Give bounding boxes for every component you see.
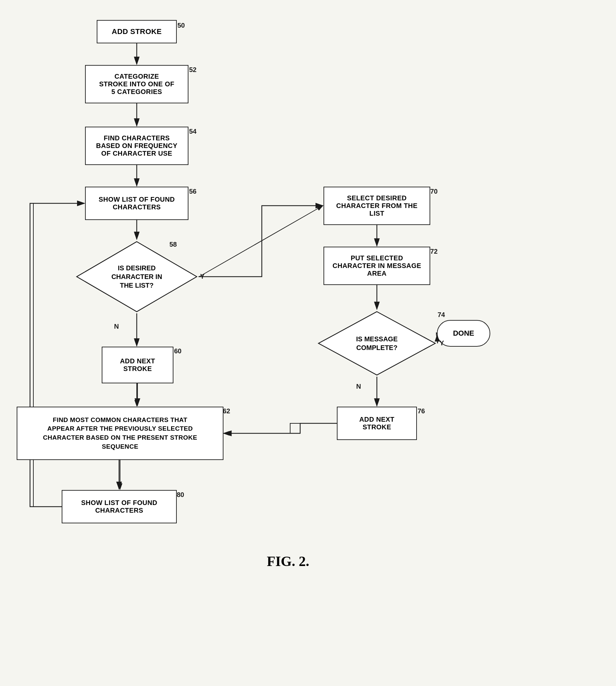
node-50-add-stroke: ADD STROKE (97, 20, 177, 43)
node-76-add-next-stroke: ADD NEXT STROKE (337, 407, 417, 440)
label-72: 72 (430, 248, 438, 255)
node-74-diamond: IS MESSAGECOMPLETE? (317, 310, 437, 377)
label-58: 58 (170, 241, 177, 248)
node-done: DONE (437, 320, 490, 347)
node-58-diamond: IS DESIREDCHARACTER INTHE LIST? (75, 240, 198, 313)
node-72-put-char: PUT SELECTED CHARACTER IN MESSAGE AREA (324, 247, 430, 285)
label-70: 70 (430, 188, 438, 195)
label-54: 54 (189, 128, 196, 135)
diagram-container: ADD STROKE CATEGORIZE STROKE INTO ONE OF… (0, 0, 616, 686)
svg-marker-27 (318, 312, 435, 375)
label-74: 74 (438, 311, 445, 319)
svg-marker-26 (77, 242, 197, 312)
figure-label: FIG. 2. (267, 553, 309, 569)
label-y-74: Y (440, 339, 444, 347)
label-y-58: Y (200, 273, 204, 280)
label-52: 52 (189, 66, 196, 74)
node-80-show-list: SHOW LIST OF FOUND CHARACTERS (62, 490, 177, 523)
label-60: 60 (174, 347, 181, 355)
label-62: 62 (223, 407, 230, 415)
node-52-categorize: CATEGORIZE STROKE INTO ONE OF 5 CATEGORI… (85, 65, 189, 103)
label-76: 76 (418, 407, 425, 415)
node-60-add-next-stroke: ADD NEXT STROKE (102, 347, 173, 383)
node-56-show-list: SHOW LIST OF FOUND CHARACTERS (85, 187, 189, 220)
node-54-find-chars: FIND CHARACTERS BASED ON FREQUENCY OF CH… (85, 127, 189, 165)
label-n-58: N (114, 323, 119, 330)
svg-line-5 (199, 206, 323, 277)
node-62-find-common: FIND MOST COMMON CHARACTERS THAT APPEAR … (17, 407, 223, 460)
label-50: 50 (177, 22, 185, 29)
node-70-select-char: SELECT DESIRED CHARACTER FROM THE LIST (324, 187, 430, 225)
label-56: 56 (189, 188, 196, 195)
label-80: 80 (177, 491, 184, 499)
label-n-74: N (356, 383, 361, 390)
